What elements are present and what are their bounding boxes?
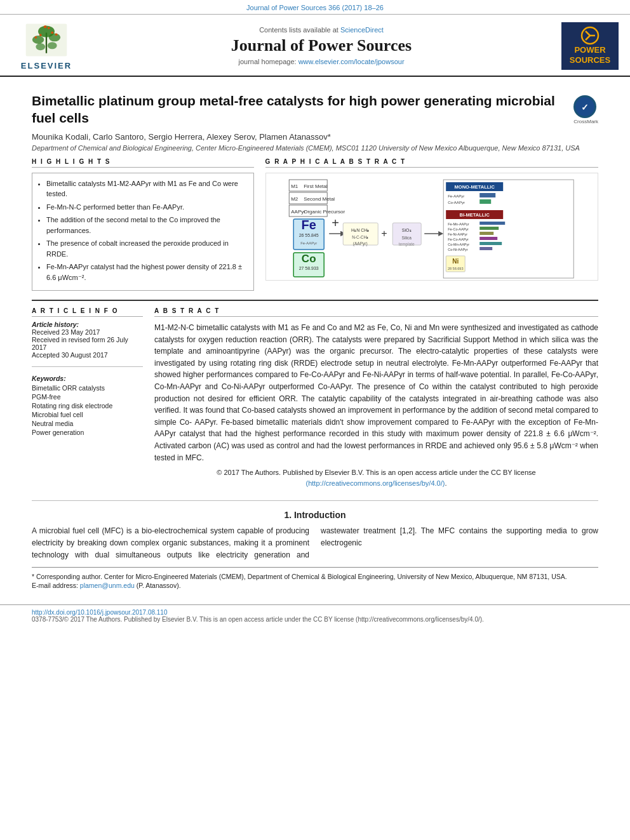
abstract-panel: A B S T R A C T M1-M2-N-C bimetallic cat… <box>154 307 598 493</box>
abstract-heading: A B S T R A C T <box>154 307 598 317</box>
svg-rect-57 <box>479 227 499 230</box>
homepage-url[interactable]: www.elsevier.com/locate/jpowsour <box>298 58 405 65</box>
highlight-item-4: The presence of cobalt increased the per… <box>46 238 247 259</box>
article-info-heading: A R T I C L E I N F O <box>32 307 143 317</box>
intro-body: A microbial fuel cell (MFC) is a bio-ele… <box>32 525 598 561</box>
svg-point-6 <box>48 42 57 49</box>
svg-rect-55 <box>479 222 505 225</box>
power-logo-icon <box>573 26 608 45</box>
svg-text:Co-Ni-AAPyr: Co-Ni-AAPyr <box>448 248 468 251</box>
svg-text:Co: Co <box>301 253 316 265</box>
highlights-heading: H I G H L I G H T S <box>32 158 254 168</box>
crossmark-icon: ✓ <box>573 95 596 118</box>
revised-date: Received in revised form 26 July 2017 <box>32 336 143 351</box>
journal-title: Journal of Power Sources <box>88 36 555 55</box>
keyword-3: Rotating ring disk electrode <box>32 402 143 410</box>
svg-point-4 <box>49 33 60 41</box>
keyword-1: Bimetallic ORR catalysts <box>32 384 143 392</box>
corresponding-author-note: * Corresponding author. Center for Micro… <box>32 573 598 580</box>
abstract-text: M1-M2-N-C bimetallic catalysts with M1 a… <box>154 322 598 489</box>
svg-point-10 <box>39 34 42 36</box>
svg-text:M1: M1 <box>291 183 298 189</box>
graphical-abstract-svg: M1 First Metal + M2 Second Metal AAPyr O… <box>266 173 598 281</box>
sciencedirect-prefix: Contents lists available at <box>259 26 340 34</box>
bottom-bar: http://dx.doi.org/10.1016/j.jpowsour.201… <box>0 604 630 627</box>
svg-text:Co-Mn-AAPyr: Co-Mn-AAPyr <box>448 243 469 246</box>
svg-text:Fe-AAPyr: Fe-AAPyr <box>448 194 464 198</box>
journal-header: ELSEVIER Contents lists available at Sci… <box>0 15 630 77</box>
power-sources-logo: POWER SOURCES <box>561 22 619 70</box>
svg-text:Fe-Co-AAPyr: Fe-Co-AAPyr <box>448 237 469 241</box>
page: Journal of Power Sources 366 (2017) 18–2… <box>0 0 630 840</box>
abstract-body: M1-M2-N-C bimetallic catalysts with M1 a… <box>154 322 598 463</box>
svg-text:First Metal: First Metal <box>304 183 328 189</box>
svg-marker-44 <box>438 231 443 236</box>
svg-text:M2: M2 <box>291 196 298 202</box>
highlights-graphical-section: H I G H L I G H T S Bimetallic catalysts… <box>32 158 598 291</box>
graphical-abstract-heading: G R A P H I C A L A B S T R A C T <box>265 158 598 168</box>
elsevier-logo: ELSEVIER <box>21 21 72 70</box>
highlight-item-1: Bimetallic catalysts M1-M2-AAPyr with M1… <box>46 178 247 199</box>
elsevier-tree-icon <box>21 21 72 59</box>
journal-homepage-line: journal homepage: www.elsevier.com/locat… <box>88 58 555 65</box>
highlights-column: H I G H L I G H T S Bimetallic catalysts… <box>32 158 254 291</box>
keyword-5: Neutral media <box>32 420 143 427</box>
article-title-area: ✓ CrossMark Bimetallic platinum group me… <box>32 92 598 127</box>
elsevier-brand-text: ELSEVIER <box>21 61 72 70</box>
doi-line[interactable]: http://dx.doi.org/10.1016/j.jpowsour.201… <box>32 609 598 616</box>
highlights-list: Bimetallic catalysts M1-M2-AAPyr with M1… <box>39 178 247 283</box>
svg-rect-51 <box>479 199 491 204</box>
highlight-item-5: Fe-Mn-AAPyr catalyst had the highest pow… <box>46 262 247 283</box>
keyword-6: Power generation <box>32 429 143 436</box>
svg-text:H₂N CH₃: H₂N CH₃ <box>351 228 369 232</box>
svg-text:26  55.845: 26 55.845 <box>298 233 318 237</box>
issn-line: 0378-7753/© 2017 The Authors. Published … <box>32 616 598 623</box>
crossmark-label: CrossMark <box>573 119 598 124</box>
svg-rect-63 <box>479 242 502 245</box>
svg-text:N-C-CH₃: N-C-CH₃ <box>352 235 368 239</box>
cc-license-line: © 2017 The Authors. Published by Elsevie… <box>154 467 598 489</box>
svg-text:✓: ✓ <box>581 102 589 112</box>
email-line: E-mail address: plamen@unm.edu (P. Atana… <box>32 582 598 589</box>
keyword-4: Microbial fuel cell <box>32 411 143 418</box>
svg-point-3 <box>32 36 44 44</box>
elsevier-logo-area: ELSEVIER <box>11 21 81 70</box>
svg-point-11 <box>55 33 58 36</box>
introduction-heading: 1. Introduction <box>32 510 598 520</box>
email-link[interactable]: plamen@unm.edu <box>80 582 135 589</box>
info-divider <box>32 366 143 367</box>
cc-text: © 2017 The Authors. Published by Elsevie… <box>217 469 535 476</box>
graphical-abstract-column: G R A P H I C A L A B S T R A C T M1 Fir… <box>265 158 598 291</box>
svg-text:Fe-Ni-AAPyr: Fe-Ni-AAPyr <box>448 232 467 236</box>
email-suffix: (P. Atanassov). <box>135 582 181 589</box>
svg-text:(AAPyr): (AAPyr) <box>352 241 367 246</box>
article-info-panel: A R T I C L E I N F O Article history: R… <box>32 307 143 493</box>
cc-url[interactable]: (http://creativecommons.org/licenses/by/… <box>306 479 445 487</box>
footnote-area: * Corresponding author. Center for Micro… <box>32 567 598 589</box>
svg-rect-59 <box>479 232 493 235</box>
journal-header-center: Contents lists available at ScienceDirec… <box>81 26 561 65</box>
section-divider <box>32 500 598 501</box>
svg-text:+: + <box>332 216 339 230</box>
sciencedirect-link[interactable]: ScienceDirect <box>340 26 384 34</box>
keywords-label: Keywords: <box>32 375 143 382</box>
svg-text:Fe-Mn-AAPyr: Fe-Mn-AAPyr <box>448 222 469 226</box>
crossmark-area: ✓ CrossMark <box>573 95 598 124</box>
svg-text:Co-AAPyr: Co-AAPyr <box>448 201 465 204</box>
received-date: Received 23 May 2017 <box>32 328 143 336</box>
highlight-item-3: The addition of the second metal to the … <box>46 215 247 236</box>
svg-rect-49 <box>479 193 495 197</box>
highlight-item-2: Fe-Mn-N-C performed better than Fe-AAPyr… <box>46 202 247 213</box>
sciencedirect-line: Contents lists available at ScienceDirec… <box>88 26 555 34</box>
crossmark-svg: ✓ <box>575 97 595 117</box>
affiliation: Department of Chemical and Biological En… <box>32 144 598 152</box>
svg-point-9 <box>35 36 37 39</box>
article-history: Article history: Received 23 May 2017 Re… <box>32 321 143 359</box>
doi-text: http://dx.doi.org/10.1016/j.jpowsour.201… <box>32 609 168 616</box>
article-info-abstract-section: A R T I C L E I N F O Article history: R… <box>32 300 598 493</box>
svg-text:MONO-METALLIC: MONO-METALLIC <box>454 184 495 190</box>
email-label: E-mail address: <box>32 582 80 589</box>
homepage-prefix: journal homepage: <box>238 58 298 65</box>
svg-point-5 <box>36 43 45 50</box>
authors: Mounika Kodali, Carlo Santoro, Sergio He… <box>32 132 598 142</box>
